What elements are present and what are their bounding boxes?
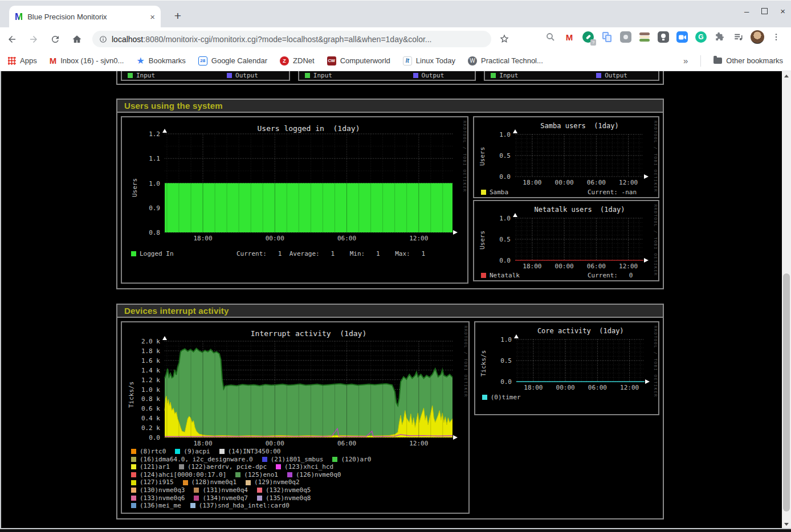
copy-extension-icon[interactable]: [600, 30, 614, 44]
legend-item: (21)i801_smbus: [262, 456, 324, 464]
svg-text:0.0: 0.0: [149, 434, 160, 441]
page-scrollbar[interactable]: [782, 71, 791, 529]
monitorix-favicon-icon: M: [15, 11, 23, 23]
playlist-extension-icon[interactable]: [732, 30, 745, 44]
forward-button[interactable]: [24, 30, 43, 49]
lamp-extension-icon[interactable]: [657, 30, 670, 44]
legend-swatch: [175, 449, 180, 454]
grammarly-extension-icon[interactable]: G: [694, 30, 708, 44]
legend-item: (137)snd_hda_intel:card0: [190, 502, 290, 510]
bookmark-zdnet[interactable]: ZZDNet: [280, 56, 315, 66]
calendar-icon: 28: [198, 56, 207, 66]
svg-text:0.5: 0.5: [499, 236, 511, 243]
legend-swatch: [131, 496, 136, 501]
interrupt-activity-panel: Interrupt activity (1day) Ticks/s 2.0 k1…: [121, 321, 470, 514]
svg-text:0.0: 0.0: [500, 378, 512, 386]
window-close-button[interactable]: ×: [780, 6, 785, 16]
legend-item: (134)nvme0q7: [194, 494, 247, 502]
page-content: Input Output Input Output Input Output U…: [0, 71, 782, 528]
bookmark-linux-today[interactable]: ltLinux Today: [403, 56, 455, 66]
browser-tab[interactable]: M Blue Precision Monitorix ×: [9, 6, 161, 28]
legend-swatch: [257, 496, 262, 501]
new-tab-button[interactable]: +: [170, 9, 186, 24]
legend-item: (131)nvme0q4: [194, 486, 247, 494]
legend-item: (123)xhci_hcd: [276, 463, 333, 471]
bookmark-practical-tech[interactable]: WPractical Technol...: [468, 56, 543, 66]
cutoff-graph-panel: Input Output: [121, 71, 290, 81]
bookmark-apps[interactable]: Apps: [8, 56, 37, 65]
bookmark-inbox[interactable]: MInbox (16) - sjvn0...: [50, 56, 124, 66]
svg-text:1.0: 1.0: [499, 131, 511, 138]
zoom-camera-extension-icon[interactable]: [675, 30, 689, 44]
legend-swatch: [227, 73, 232, 78]
svg-text:0.8: 0.8: [149, 229, 160, 236]
netatalk-legend: Netatalk Current: 0: [481, 272, 652, 279]
svg-text:1.6 k: 1.6 k: [141, 357, 160, 365]
legend-swatch: [219, 449, 225, 454]
svg-text:06:00: 06:00: [587, 179, 606, 186]
tab-close-icon[interactable]: ×: [150, 12, 155, 22]
star-icon: ★: [136, 55, 144, 66]
bookmark-bookmarks[interactable]: ★Bookmarks: [136, 55, 185, 66]
legend-item: (8)rtc0: [131, 448, 166, 456]
window-maximize-button[interactable]: [761, 8, 768, 14]
browser-toolbar: localhost:8080/monitorix-cgi/monitorix.c…: [0, 27, 791, 51]
legend-swatch: [305, 73, 310, 78]
legend-swatch: [183, 480, 188, 485]
home-button[interactable]: [67, 30, 87, 49]
samba-current: Current: -nan: [588, 189, 637, 196]
url-host: localhost: [112, 35, 143, 44]
cutoff-graph-panel: Input Output: [298, 71, 476, 81]
scroll-up-button[interactable]: [782, 71, 791, 80]
svg-text:06:00: 06:00: [588, 384, 607, 391]
voice-extension-icon[interactable]: ?: [581, 30, 595, 44]
legend-swatch: [194, 488, 199, 493]
svg-text:1.0: 1.0: [500, 336, 512, 343]
tab-title: Blue Precision Monitorix: [27, 13, 145, 21]
tab-strip: M Blue Precision Monitorix × + – ×: [0, 0, 791, 27]
url-text[interactable]: localhost:8080/monitorix-cgi/monitorix.c…: [112, 35, 432, 44]
legend-swatch: [257, 488, 262, 493]
bookmark-star-icon[interactable]: [499, 34, 509, 46]
bookmarks-bar: Apps MInbox (16) - sjvn0... ★Bookmarks 2…: [0, 51, 791, 71]
scrollbar-thumb[interactable]: [783, 273, 790, 511]
search-extension-icon[interactable]: [544, 30, 557, 44]
netatalk-current: Current: 0: [588, 272, 633, 279]
svg-text:00:00: 00:00: [266, 440, 284, 447]
svg-text:12:00: 12:00: [619, 263, 638, 270]
avatar[interactable]: [751, 30, 764, 44]
legend-swatch: [246, 480, 251, 485]
legend-swatch: [190, 503, 195, 508]
bookmarks-overflow-chevron[interactable]: »: [683, 56, 688, 66]
svg-text:12:00: 12:00: [619, 179, 638, 186]
stack-extension-icon[interactable]: [638, 30, 651, 44]
svg-text:2.0 k: 2.0 k: [141, 338, 160, 345]
voice-badge: ?: [590, 39, 596, 46]
window-minimize-button[interactable]: –: [744, 6, 749, 16]
scroll-down-button[interactable]: [782, 519, 791, 529]
other-bookmarks[interactable]: Other bookmarks: [713, 56, 783, 65]
legend-item: (125)eno1: [235, 471, 278, 479]
profile-extension-icon[interactable]: [619, 30, 633, 44]
core-legend: (0)timer: [482, 394, 653, 401]
interrupt-legend: (8)rtc0(9)acpi(14)INT3450:00(16)idma64.0…: [131, 448, 371, 510]
zdnet-icon: Z: [280, 56, 289, 66]
svg-text:0.5: 0.5: [500, 357, 512, 365]
svg-text:18:00: 18:00: [193, 440, 212, 447]
back-button[interactable]: [2, 30, 22, 49]
info-icon[interactable]: [99, 35, 107, 43]
bookmark-computerworld[interactable]: CWComputerworld: [327, 56, 390, 66]
chrome-menu-icon[interactable]: [769, 30, 783, 44]
rrdtool-watermark: RRDTOOL / TOBI OETIKER: [462, 121, 467, 193]
apps-grid-icon: [8, 57, 16, 65]
gmail-extension-icon[interactable]: M: [562, 30, 576, 44]
legend-swatch: [131, 503, 136, 508]
legend-item: (130)nvme0q3: [131, 486, 185, 494]
rrdtool-watermark: RRDTOOL / TOBI OETIKER: [653, 204, 658, 276]
legend-swatch: [194, 496, 199, 501]
reload-button[interactable]: [46, 30, 65, 49]
legend-swatch: [482, 395, 487, 400]
bookmark-google-calendar[interactable]: 28Google Calendar: [198, 56, 267, 66]
extensions-puzzle-icon[interactable]: [713, 30, 727, 44]
address-bar[interactable]: localhost:8080/monitorix-cgi/monitorix.c…: [92, 31, 491, 47]
